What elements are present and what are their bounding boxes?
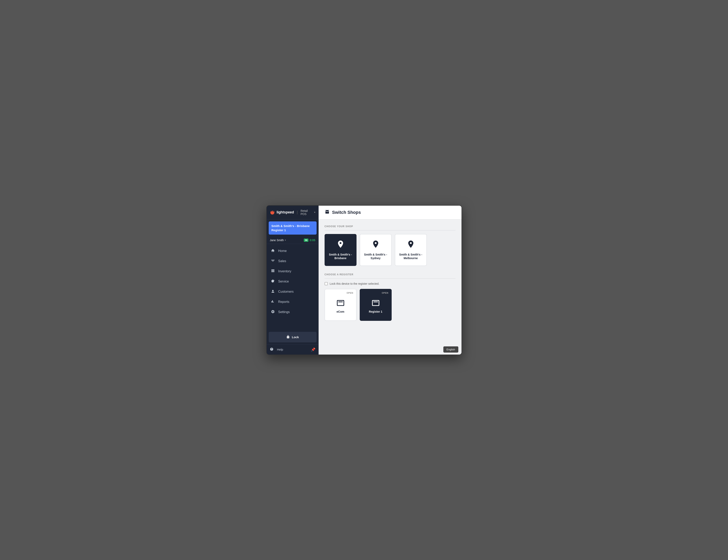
- sidebar-item-sales[interactable]: Sales: [267, 256, 319, 266]
- main-footer: English: [319, 344, 462, 355]
- sidebar-item-settings[interactable]: Settings: [267, 307, 319, 317]
- shop-card-brisbane[interactable]: Smith & Smith's -Brisbane: [325, 234, 357, 266]
- choose-shop-title: CHOOSE YOUR SHOP: [325, 225, 456, 228]
- sidebar-item-reports[interactable]: Reports: [267, 297, 319, 307]
- sidebar: lightspeed | Retail POS ▾ Smith & Smith'…: [267, 206, 319, 355]
- choose-register-section: CHOOSE A REGISTER Lock this device to th…: [325, 273, 456, 321]
- location-icon-melbourne: [406, 240, 415, 250]
- inventory-icon: [271, 269, 275, 274]
- nav-items: Home Sales Inventory Service: [267, 245, 319, 330]
- register-name-ecom: eCom: [337, 310, 344, 313]
- registers-grid: OPEN eCom OPEN Register 1: [325, 289, 456, 321]
- sales-icon: [271, 259, 275, 264]
- settings-icon: [271, 310, 275, 315]
- lock-device-label: Lock this device to the register selecte…: [330, 282, 379, 285]
- nav-reports-label: Reports: [278, 300, 289, 304]
- register-divider: [325, 278, 456, 279]
- main-header: Switch Shops: [319, 206, 462, 219]
- location-icon-brisbane: [336, 240, 345, 250]
- shops-grid: Smith & Smith's -Brisbane Smith & Smith'…: [325, 234, 456, 266]
- register1-open-badge: OPEN: [382, 292, 388, 294]
- choose-shop-section: CHOOSE YOUR SHOP Smith & Smith's -Brisba…: [325, 225, 456, 266]
- sidebar-item-customers[interactable]: Customers: [267, 287, 319, 297]
- lock-device-row: Lock this device to the register selecte…: [325, 282, 456, 285]
- register-card-register1[interactable]: OPEN Register 1: [360, 289, 392, 321]
- help-label: Help: [277, 348, 283, 351]
- main-content: Switch Shops CHOOSE YOUR SHOP Smith & Sm…: [319, 206, 462, 355]
- current-shop-register: Register 1: [271, 228, 286, 232]
- sidebar-item-service[interactable]: Service: [267, 277, 319, 287]
- shop-name-melbourne: Smith & Smith's -Melbourne: [399, 253, 422, 260]
- logo-icon: [270, 210, 275, 215]
- sidebar-item-inventory[interactable]: Inventory: [267, 266, 319, 277]
- shop-card-sydney[interactable]: Smith & Smith's -Sydney: [360, 234, 392, 266]
- nav-service-label: Service: [278, 280, 289, 283]
- nav-customers-label: Customers: [278, 290, 294, 293]
- language-button[interactable]: English: [443, 346, 458, 353]
- user-row: Jane Smith ▾ IN 0:05: [267, 237, 319, 244]
- main-body: CHOOSE YOUR SHOP Smith & Smith's -Brisba…: [319, 219, 462, 344]
- lock-device-checkbox[interactable]: [325, 282, 328, 285]
- user-dropdown-icon[interactable]: ▾: [285, 239, 286, 241]
- sidebar-header: lightspeed | Retail POS ▾: [267, 206, 319, 219]
- customers-icon: [271, 289, 275, 294]
- logo-divider: |: [297, 210, 298, 215]
- logo-product: Retail POS: [301, 209, 312, 216]
- nav-inventory-label: Inventory: [278, 270, 291, 273]
- lock-button[interactable]: Lock: [269, 332, 317, 342]
- nav-home-label: Home: [278, 249, 287, 253]
- help-icon: [270, 347, 273, 352]
- lock-icon: [286, 335, 290, 339]
- register-icon-ecom: [336, 298, 345, 308]
- user-name[interactable]: Jane Smith ▾: [270, 239, 286, 242]
- choose-register-title: CHOOSE A REGISTER: [325, 273, 456, 276]
- sidebar-item-home[interactable]: Home: [267, 246, 319, 256]
- shop-name-brisbane: Smith & Smith's -Brisbane: [329, 253, 352, 260]
- timer: 0:05: [310, 239, 315, 242]
- help-button[interactable]: Help: [270, 347, 311, 352]
- register-name-register1: Register 1: [369, 310, 382, 313]
- service-icon: [271, 279, 275, 284]
- nav-settings-label: Settings: [278, 310, 290, 314]
- shop-card-melbourne[interactable]: Smith & Smith's -Melbourne: [395, 234, 427, 266]
- reports-icon: [271, 299, 275, 304]
- in-badge: IN: [304, 239, 308, 242]
- sidebar-footer: Help 📌: [267, 344, 319, 355]
- ecom-open-badge: OPEN: [347, 292, 353, 294]
- store-icon: [325, 209, 330, 216]
- status-badge: IN 0:05: [304, 239, 315, 242]
- page-title: Switch Shops: [332, 210, 361, 215]
- shop-name-sydney: Smith & Smith's -Sydney: [364, 253, 387, 260]
- nav-sales-label: Sales: [278, 259, 286, 263]
- lock-label: Lock: [292, 335, 299, 339]
- register-card-ecom[interactable]: OPEN eCom: [325, 289, 357, 321]
- pin-icon[interactable]: 📌: [311, 347, 315, 352]
- home-icon: [271, 249, 275, 254]
- register-icon-register1: [371, 298, 380, 308]
- product-dropdown-icon[interactable]: ▾: [314, 211, 315, 214]
- app-window: lightspeed | Retail POS ▾ Smith & Smith'…: [266, 205, 462, 355]
- current-shop-name: Smith & Smith's - Brisbane: [271, 224, 310, 228]
- current-shop[interactable]: Smith & Smith's - Brisbane Register 1: [269, 221, 317, 235]
- logo-text: lightspeed: [277, 210, 294, 214]
- location-icon-sydney: [371, 240, 380, 250]
